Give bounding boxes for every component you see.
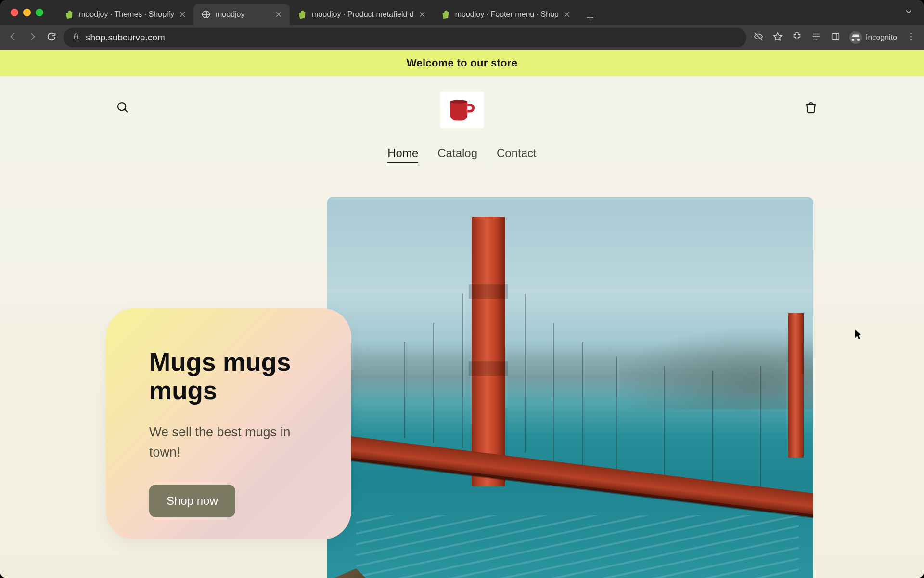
announcement-text: Welcome to our store xyxy=(407,57,518,69)
tab-bar: moodjoy · Themes · Shopify moodjoy moo xyxy=(0,0,924,25)
tab-title: moodjoy xyxy=(216,10,270,19)
back-button[interactable] xyxy=(8,31,18,44)
close-icon[interactable] xyxy=(275,11,282,18)
toolbar-right: Incognito xyxy=(753,31,916,44)
tab-1[interactable]: moodjoy xyxy=(193,4,290,25)
hero-image xyxy=(327,197,813,578)
lock-icon xyxy=(72,32,80,43)
mug-icon xyxy=(448,96,476,123)
hero-image-hills xyxy=(327,342,813,400)
new-tab-button[interactable] xyxy=(583,11,597,25)
svg-point-5 xyxy=(910,39,911,40)
window-controls xyxy=(11,9,43,16)
browser-window: moodjoy · Themes · Shopify moodjoy moo xyxy=(0,0,924,578)
nav-home[interactable]: Home xyxy=(387,146,418,163)
tabs-overflow-button[interactable] xyxy=(904,7,913,18)
hero-title: Mugs mugs mugs xyxy=(149,348,317,405)
extensions-icon[interactable] xyxy=(792,31,802,44)
close-window-button[interactable] xyxy=(11,9,18,16)
forward-button[interactable] xyxy=(27,31,38,44)
svg-point-3 xyxy=(910,33,911,34)
hero-image-cable xyxy=(462,294,463,448)
close-icon[interactable] xyxy=(564,11,570,18)
hero-image-deck xyxy=(327,434,813,517)
tab-0[interactable]: moodjoy · Themes · Shopify xyxy=(57,4,193,25)
close-icon[interactable] xyxy=(419,11,425,18)
side-panel-icon[interactable] xyxy=(830,31,841,44)
star-icon[interactable] xyxy=(772,31,783,44)
tab-title: moodjoy · Product metafield d xyxy=(312,10,414,19)
profile-incognito[interactable]: Incognito xyxy=(849,31,897,44)
hero-image-cable xyxy=(582,342,583,472)
nav-icons xyxy=(8,31,57,44)
close-icon[interactable] xyxy=(179,11,186,18)
cart-button[interactable] xyxy=(804,100,818,117)
minimize-window-button[interactable] xyxy=(23,9,31,16)
hero-image-cable xyxy=(616,356,617,482)
incognito-icon xyxy=(849,31,862,44)
globe-icon xyxy=(201,10,211,19)
svg-rect-2 xyxy=(832,34,839,40)
mouse-cursor xyxy=(855,329,862,340)
shop-now-button[interactable]: Shop now xyxy=(149,485,235,517)
search-button[interactable] xyxy=(116,100,130,117)
kebab-menu-icon[interactable] xyxy=(906,31,916,44)
hero-image-foam xyxy=(356,515,799,578)
hero-image-cable xyxy=(433,323,434,443)
hero-image-cable xyxy=(553,323,554,462)
site-header xyxy=(0,76,924,133)
svg-point-6 xyxy=(118,103,126,110)
shopify-icon xyxy=(297,10,307,19)
svg-point-7 xyxy=(450,100,467,103)
hero-image-cable xyxy=(525,294,526,453)
reload-button[interactable] xyxy=(46,31,57,44)
tab-title: moodjoy · Themes · Shopify xyxy=(79,10,174,19)
eye-off-icon[interactable] xyxy=(753,31,764,44)
search-icon xyxy=(116,100,130,115)
hero-image-tower-main xyxy=(472,217,505,486)
profile-label: Incognito xyxy=(866,33,897,42)
page-viewport: Welcome to our store Home Catalog Contac… xyxy=(0,50,924,578)
hero-image-cable xyxy=(404,342,405,438)
tab-3[interactable]: moodjoy · Footer menu · Shop xyxy=(433,4,578,25)
address-bar[interactable]: shop.subcurve.com xyxy=(64,28,746,47)
site-logo[interactable] xyxy=(440,92,484,128)
nav-catalog[interactable]: Catalog xyxy=(437,146,477,163)
browser-tabs: moodjoy · Themes · Shopify moodjoy moo xyxy=(57,0,899,25)
hero-image-cable xyxy=(664,366,665,491)
reading-list-icon[interactable] xyxy=(811,31,821,44)
zoom-window-button[interactable] xyxy=(36,9,43,16)
nav-contact[interactable]: Contact xyxy=(497,146,537,163)
announcement-bar: Welcome to our store xyxy=(0,50,924,76)
hero-subtitle: We sell the best mugs in town! xyxy=(149,422,303,463)
cart-icon xyxy=(804,100,818,115)
address-text: shop.subcurve.com xyxy=(86,32,165,43)
svg-point-4 xyxy=(910,36,911,37)
svg-rect-1 xyxy=(74,36,78,39)
hero-section: Mugs mugs mugs We sell the best mugs in … xyxy=(0,197,924,578)
shopify-icon xyxy=(441,10,450,19)
shopify-icon xyxy=(64,10,74,19)
main-nav: Home Catalog Contact xyxy=(0,146,924,163)
tab-2[interactable]: moodjoy · Product metafield d xyxy=(290,4,433,25)
hero-image-tower-far xyxy=(788,313,804,458)
browser-toolbar: shop.subcurve.com Incognito xyxy=(0,25,924,50)
hero-card: Mugs mugs mugs We sell the best mugs in … xyxy=(106,308,351,539)
tab-title: moodjoy · Footer menu · Shop xyxy=(455,10,559,19)
